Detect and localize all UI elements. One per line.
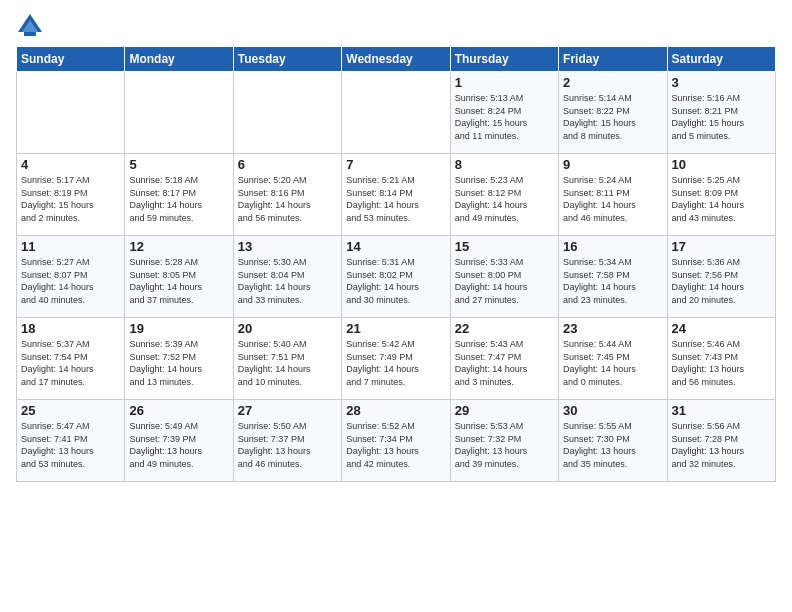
day-info: Sunrise: 5:53 AMSunset: 7:32 PMDaylight:… [455,420,554,470]
day-info: Sunrise: 5:37 AMSunset: 7:54 PMDaylight:… [21,338,120,388]
calendar-day-cell: 18Sunrise: 5:37 AMSunset: 7:54 PMDayligh… [17,318,125,400]
calendar: SundayMondayTuesdayWednesdayThursdayFrid… [16,46,776,482]
day-number: 14 [346,239,445,254]
calendar-day-cell: 21Sunrise: 5:42 AMSunset: 7:49 PMDayligh… [342,318,450,400]
calendar-day-cell [17,72,125,154]
calendar-day-cell: 9Sunrise: 5:24 AMSunset: 8:11 PMDaylight… [559,154,667,236]
calendar-day-cell: 7Sunrise: 5:21 AMSunset: 8:14 PMDaylight… [342,154,450,236]
day-info: Sunrise: 5:39 AMSunset: 7:52 PMDaylight:… [129,338,228,388]
calendar-day-cell: 27Sunrise: 5:50 AMSunset: 7:37 PMDayligh… [233,400,341,482]
day-info: Sunrise: 5:49 AMSunset: 7:39 PMDaylight:… [129,420,228,470]
calendar-day-cell: 26Sunrise: 5:49 AMSunset: 7:39 PMDayligh… [125,400,233,482]
calendar-week-row: 1Sunrise: 5:13 AMSunset: 8:24 PMDaylight… [17,72,776,154]
day-number: 23 [563,321,662,336]
day-info: Sunrise: 5:47 AMSunset: 7:41 PMDaylight:… [21,420,120,470]
day-number: 20 [238,321,337,336]
calendar-day-cell [342,72,450,154]
day-number: 11 [21,239,120,254]
day-number: 26 [129,403,228,418]
day-number: 9 [563,157,662,172]
day-info: Sunrise: 5:33 AMSunset: 8:00 PMDaylight:… [455,256,554,306]
header [16,12,776,40]
calendar-week-row: 4Sunrise: 5:17 AMSunset: 8:19 PMDaylight… [17,154,776,236]
calendar-day-cell: 30Sunrise: 5:55 AMSunset: 7:30 PMDayligh… [559,400,667,482]
day-info: Sunrise: 5:30 AMSunset: 8:04 PMDaylight:… [238,256,337,306]
calendar-day-cell: 12Sunrise: 5:28 AMSunset: 8:05 PMDayligh… [125,236,233,318]
calendar-day-cell: 6Sunrise: 5:20 AMSunset: 8:16 PMDaylight… [233,154,341,236]
calendar-day-cell: 11Sunrise: 5:27 AMSunset: 8:07 PMDayligh… [17,236,125,318]
day-info: Sunrise: 5:20 AMSunset: 8:16 PMDaylight:… [238,174,337,224]
day-info: Sunrise: 5:42 AMSunset: 7:49 PMDaylight:… [346,338,445,388]
day-number: 25 [21,403,120,418]
calendar-day-cell: 10Sunrise: 5:25 AMSunset: 8:09 PMDayligh… [667,154,775,236]
day-number: 5 [129,157,228,172]
day-number: 1 [455,75,554,90]
day-number: 22 [455,321,554,336]
calendar-day-cell: 3Sunrise: 5:16 AMSunset: 8:21 PMDaylight… [667,72,775,154]
day-number: 17 [672,239,771,254]
day-info: Sunrise: 5:14 AMSunset: 8:22 PMDaylight:… [563,92,662,142]
day-info: Sunrise: 5:36 AMSunset: 7:56 PMDaylight:… [672,256,771,306]
day-info: Sunrise: 5:40 AMSunset: 7:51 PMDaylight:… [238,338,337,388]
calendar-body: 1Sunrise: 5:13 AMSunset: 8:24 PMDaylight… [17,72,776,482]
day-number: 12 [129,239,228,254]
dow-header: Monday [125,47,233,72]
days-of-week-row: SundayMondayTuesdayWednesdayThursdayFrid… [17,47,776,72]
calendar-day-cell [233,72,341,154]
day-number: 29 [455,403,554,418]
day-number: 16 [563,239,662,254]
calendar-day-cell: 29Sunrise: 5:53 AMSunset: 7:32 PMDayligh… [450,400,558,482]
day-info: Sunrise: 5:52 AMSunset: 7:34 PMDaylight:… [346,420,445,470]
day-number: 10 [672,157,771,172]
calendar-day-cell: 15Sunrise: 5:33 AMSunset: 8:00 PMDayligh… [450,236,558,318]
logo-icon [16,12,44,40]
day-number: 18 [21,321,120,336]
calendar-day-cell: 13Sunrise: 5:30 AMSunset: 8:04 PMDayligh… [233,236,341,318]
dow-header: Friday [559,47,667,72]
day-number: 15 [455,239,554,254]
day-info: Sunrise: 5:28 AMSunset: 8:05 PMDaylight:… [129,256,228,306]
calendar-day-cell: 2Sunrise: 5:14 AMSunset: 8:22 PMDaylight… [559,72,667,154]
day-number: 21 [346,321,445,336]
calendar-day-cell [125,72,233,154]
day-number: 28 [346,403,445,418]
day-number: 8 [455,157,554,172]
day-info: Sunrise: 5:50 AMSunset: 7:37 PMDaylight:… [238,420,337,470]
calendar-day-cell: 1Sunrise: 5:13 AMSunset: 8:24 PMDaylight… [450,72,558,154]
day-number: 4 [21,157,120,172]
page: SundayMondayTuesdayWednesdayThursdayFrid… [0,0,792,612]
day-number: 27 [238,403,337,418]
calendar-day-cell: 16Sunrise: 5:34 AMSunset: 7:58 PMDayligh… [559,236,667,318]
day-number: 24 [672,321,771,336]
calendar-week-row: 11Sunrise: 5:27 AMSunset: 8:07 PMDayligh… [17,236,776,318]
dow-header: Thursday [450,47,558,72]
calendar-day-cell: 28Sunrise: 5:52 AMSunset: 7:34 PMDayligh… [342,400,450,482]
svg-rect-2 [24,32,36,36]
day-number: 6 [238,157,337,172]
calendar-day-cell: 31Sunrise: 5:56 AMSunset: 7:28 PMDayligh… [667,400,775,482]
day-info: Sunrise: 5:43 AMSunset: 7:47 PMDaylight:… [455,338,554,388]
calendar-day-cell: 24Sunrise: 5:46 AMSunset: 7:43 PMDayligh… [667,318,775,400]
calendar-day-cell: 4Sunrise: 5:17 AMSunset: 8:19 PMDaylight… [17,154,125,236]
calendar-day-cell: 20Sunrise: 5:40 AMSunset: 7:51 PMDayligh… [233,318,341,400]
day-number: 19 [129,321,228,336]
day-info: Sunrise: 5:23 AMSunset: 8:12 PMDaylight:… [455,174,554,224]
dow-header: Wednesday [342,47,450,72]
day-info: Sunrise: 5:25 AMSunset: 8:09 PMDaylight:… [672,174,771,224]
day-number: 13 [238,239,337,254]
day-number: 30 [563,403,662,418]
dow-header: Saturday [667,47,775,72]
day-info: Sunrise: 5:55 AMSunset: 7:30 PMDaylight:… [563,420,662,470]
calendar-day-cell: 14Sunrise: 5:31 AMSunset: 8:02 PMDayligh… [342,236,450,318]
calendar-day-cell: 19Sunrise: 5:39 AMSunset: 7:52 PMDayligh… [125,318,233,400]
day-info: Sunrise: 5:56 AMSunset: 7:28 PMDaylight:… [672,420,771,470]
calendar-day-cell: 25Sunrise: 5:47 AMSunset: 7:41 PMDayligh… [17,400,125,482]
day-info: Sunrise: 5:17 AMSunset: 8:19 PMDaylight:… [21,174,120,224]
day-number: 7 [346,157,445,172]
calendar-day-cell: 5Sunrise: 5:18 AMSunset: 8:17 PMDaylight… [125,154,233,236]
day-number: 2 [563,75,662,90]
day-info: Sunrise: 5:13 AMSunset: 8:24 PMDaylight:… [455,92,554,142]
day-number: 3 [672,75,771,90]
day-info: Sunrise: 5:46 AMSunset: 7:43 PMDaylight:… [672,338,771,388]
day-info: Sunrise: 5:18 AMSunset: 8:17 PMDaylight:… [129,174,228,224]
